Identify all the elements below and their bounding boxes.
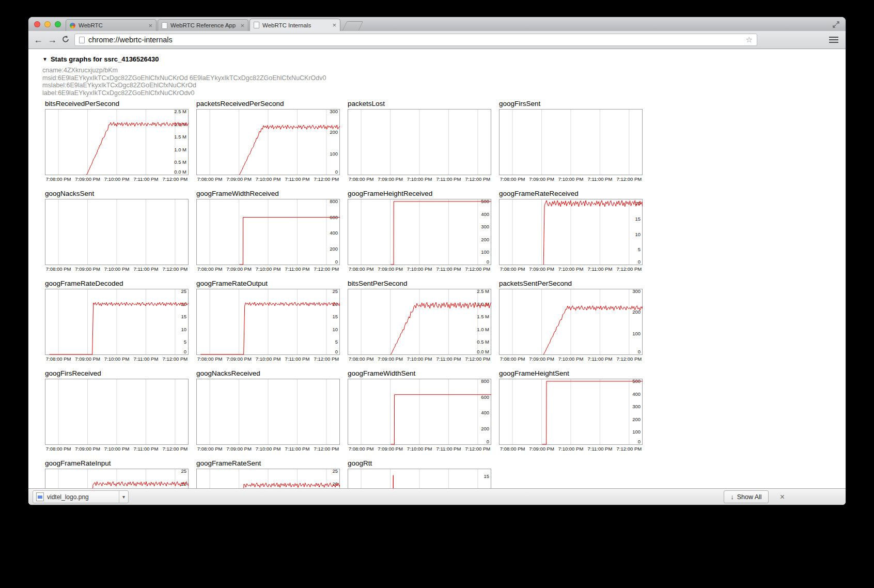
zoom-button[interactable] xyxy=(55,21,61,27)
svg-text:0: 0 xyxy=(335,259,338,265)
x-tick-label: 7:12:00 PM xyxy=(314,356,339,362)
tab-close-icon[interactable]: × xyxy=(148,22,152,29)
download-bar-close-icon[interactable]: × xyxy=(780,492,785,502)
browser-tab[interactable]: WebRTC Reference App × xyxy=(158,19,248,31)
x-tick-label: 7:08:00 PM xyxy=(500,176,525,182)
tab-close-icon[interactable]: × xyxy=(240,22,244,29)
tab-strip: WebRTC × WebRTC Reference App × WebRTC I… xyxy=(28,17,846,31)
download-options-chevron-icon[interactable]: ▾ xyxy=(119,491,125,503)
x-tick-label: 7:12:00 PM xyxy=(163,356,188,362)
chart-title: googFrameHeightReceived xyxy=(348,190,491,199)
menu-button[interactable] xyxy=(827,35,840,45)
x-tick-label: 7:09:00 PM xyxy=(529,356,554,362)
x-tick-label: 7:09:00 PM xyxy=(75,176,100,182)
chart-x-labels: 7:08:00 PM7:09:00 PM7:10:00 PM7:11:00 PM… xyxy=(45,445,189,452)
forward-button[interactable]: → xyxy=(48,35,57,44)
chart-title: googFrameHeightSent xyxy=(499,369,643,379)
chart-plot: 5004003002001000 xyxy=(348,199,491,265)
stat-chart: googRtt 151050 7:08:00 PM7:09:00 PM7:10:… xyxy=(348,459,491,488)
chart-x-labels: 7:08:00 PM7:09:00 PM7:10:00 PM7:11:00 PM… xyxy=(499,445,643,452)
chart-plot xyxy=(348,109,491,175)
stat-chart: googFrameHeightSent 5004003002001000 7:0… xyxy=(499,369,643,452)
tab-favicon xyxy=(70,23,75,28)
x-tick-label: 7:09:00 PM xyxy=(226,446,252,452)
x-tick-label: 7:08:00 PM xyxy=(500,446,525,452)
x-tick-label: 7:11:00 PM xyxy=(285,266,309,272)
show-all-downloads-button[interactable]: ↓ Show All xyxy=(724,490,768,503)
chart-plot: 20151050 xyxy=(499,199,643,265)
chart-title: googRtt xyxy=(348,459,491,469)
x-tick-label: 7:11:00 PM xyxy=(436,176,461,182)
stat-chart: packetsSentPerSecond 3002001000 7:08:00 … xyxy=(499,280,643,362)
reload-button[interactable] xyxy=(61,35,70,45)
minimize-button[interactable] xyxy=(44,21,51,27)
chart-plot: 2.5 M2.0 M1.5 M1.0 M0.5 M0.0 M xyxy=(348,289,491,355)
svg-text:0: 0 xyxy=(638,259,641,265)
ssrc-meta-line: msid:6E9laEYkyxIkTCxDgc82ZGoEhlCfxNuCKrO… xyxy=(42,74,846,82)
bookmark-star-icon[interactable]: ☆ xyxy=(746,35,753,44)
browser-toolbar: ← → chrome://webrtc-internals ☆ xyxy=(28,31,846,49)
x-tick-label: 7:08:00 PM xyxy=(500,266,525,272)
svg-text:0: 0 xyxy=(487,439,489,444)
back-button[interactable]: ← xyxy=(34,35,43,44)
tab-favicon xyxy=(162,22,167,29)
x-tick-label: 7:12:00 PM xyxy=(314,266,339,272)
x-tick-label: 7:08:00 PM xyxy=(197,446,223,452)
chart-title: googFrameRateOutput xyxy=(196,280,340,289)
chart-x-labels: 7:08:00 PM7:09:00 PM7:10:00 PM7:11:00 PM… xyxy=(196,355,340,362)
x-tick-label: 7:09:00 PM xyxy=(378,266,403,272)
svg-text:200: 200 xyxy=(330,129,338,135)
x-tick-label: 7:12:00 PM xyxy=(163,176,188,182)
stat-chart: googFrameRateSent 2520151050 7:08:00 PM7… xyxy=(196,459,340,488)
ssrc-meta-line: mslabel:6E9laEYkyxIkTCxDgc82ZGoEhlCfxNuC… xyxy=(42,82,846,89)
collapse-icon[interactable]: ▼ xyxy=(42,56,48,62)
x-tick-label: 7:12:00 PM xyxy=(465,266,491,272)
chart-x-labels: 7:08:00 PM7:09:00 PM7:10:00 PM7:11:00 PM… xyxy=(45,175,189,182)
close-button[interactable] xyxy=(34,21,40,27)
stat-chart: googFrameWidthReceived 8006004002000 7:0… xyxy=(196,190,340,272)
svg-text:400: 400 xyxy=(330,230,338,236)
svg-text:200: 200 xyxy=(632,416,641,422)
fullscreen-icon[interactable] xyxy=(833,21,839,30)
chart-x-labels: 7:08:00 PM7:09:00 PM7:10:00 PM7:11:00 PM… xyxy=(196,175,340,182)
browser-window: WebRTC × WebRTC Reference App × WebRTC I… xyxy=(28,17,846,505)
svg-text:5: 5 xyxy=(638,246,641,252)
svg-text:300: 300 xyxy=(632,289,641,294)
browser-tab[interactable]: WebRTC × xyxy=(66,19,157,31)
svg-text:0.0 M: 0.0 M xyxy=(174,169,186,175)
chart-x-labels: 7:08:00 PM7:09:00 PM7:10:00 PM7:11:00 PM… xyxy=(499,175,643,182)
x-tick-label: 7:11:00 PM xyxy=(587,176,612,182)
chart-title: googFrameRateDecoded xyxy=(45,280,189,289)
svg-text:1.5 M: 1.5 M xyxy=(174,134,186,140)
x-tick-label: 7:12:00 PM xyxy=(617,446,642,452)
svg-text:1.0 M: 1.0 M xyxy=(174,147,186,152)
svg-text:15: 15 xyxy=(483,473,489,479)
address-bar[interactable]: chrome://webrtc-internals ☆ xyxy=(74,34,757,46)
new-tab-button[interactable] xyxy=(342,21,363,30)
browser-tab[interactable]: WebRTC Internals × xyxy=(249,19,340,31)
url-text[interactable]: chrome://webrtc-internals xyxy=(88,36,173,44)
x-tick-label: 7:10:00 PM xyxy=(104,356,130,362)
chart-plot: 8006004002000 xyxy=(196,199,340,265)
x-tick-label: 7:11:00 PM xyxy=(436,446,461,452)
stat-chart: packetsReceivedPerSecond 3002001000 7:08… xyxy=(196,100,340,182)
x-tick-label: 7:12:00 PM xyxy=(163,266,188,272)
x-tick-label: 7:11:00 PM xyxy=(285,446,309,452)
x-tick-label: 7:08:00 PM xyxy=(197,266,223,272)
x-tick-label: 7:08:00 PM xyxy=(349,176,374,182)
svg-text:1.0 M: 1.0 M xyxy=(477,327,489,332)
chart-plot: 2520151050 xyxy=(45,469,189,488)
x-tick-label: 7:09:00 PM xyxy=(226,176,252,182)
x-tick-label: 7:10:00 PM xyxy=(104,266,130,272)
x-tick-label: 7:10:00 PM xyxy=(558,356,584,362)
x-tick-label: 7:12:00 PM xyxy=(163,446,188,452)
chart-title: bitsSentPerSecond xyxy=(348,280,491,289)
x-tick-label: 7:08:00 PM xyxy=(197,356,223,362)
chart-title: googFrameRateReceived xyxy=(499,190,643,199)
x-tick-label: 7:08:00 PM xyxy=(46,266,71,272)
svg-text:200: 200 xyxy=(632,309,641,315)
ssrc-meta-line: label:6E9laEYkyxIkTCxDgc82ZGoEhlCfxNuCKr… xyxy=(42,89,846,97)
download-item[interactable]: vidtel_logo.png ▾ xyxy=(33,490,129,503)
tab-close-icon[interactable]: × xyxy=(332,22,336,28)
svg-text:10: 10 xyxy=(181,327,186,332)
